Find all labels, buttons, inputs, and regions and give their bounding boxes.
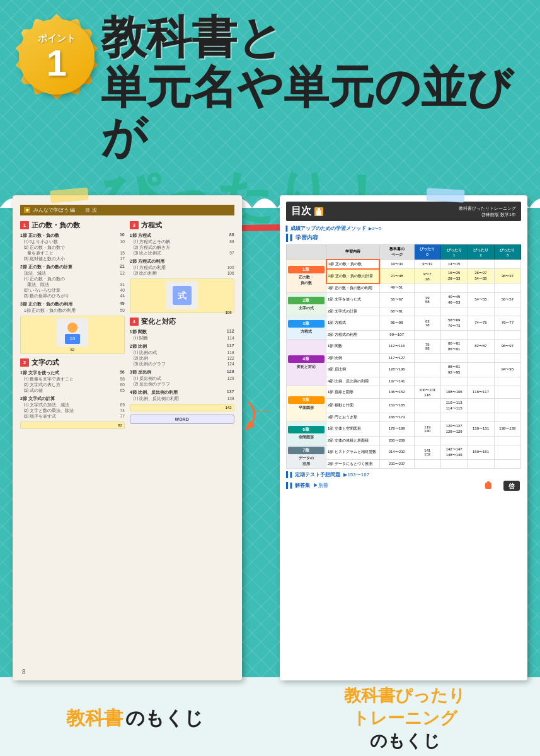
bottom-label-left: 教科書 のもくじ <box>0 680 270 756</box>
chapter1-badge: 1 <box>20 221 29 229</box>
bottom-label-right: 教科書ぴったり トレーニング のもくじ <box>270 680 541 756</box>
success-section: ▌ 成績アップのための学習メソッド ▶2〜5 <box>286 225 521 232</box>
right-book-title: 目次 <box>291 205 311 218</box>
chapter3-header: 3 方程式 <box>130 220 234 230</box>
practice1: 10 52 <box>20 316 125 354</box>
logo-area: 啓 <box>485 479 521 492</box>
svg-text:啓: 啓 <box>508 483 515 490</box>
learning-section: ▌ 学習内容 <box>286 234 521 242</box>
left-book: ■ みんなで学ぼう 編 目 次 1 正の数・負の数 1節 正の数・負の数 10 … <box>13 195 242 680</box>
tape-right-top <box>427 188 465 202</box>
svg-text:10: 10 <box>69 336 75 341</box>
practice3: 式 108 <box>130 278 234 313</box>
left-column: 1 正の数・負の数 1節 正の数・負の数 10 ⑴ 0より小さい数 10 ⑵ 正… <box>20 220 125 429</box>
chapter1-title: 正の数・負の数 <box>32 220 80 230</box>
page-number-left: 8 <box>22 668 26 675</box>
bottom-left-line2: のもくじ <box>125 707 204 728</box>
bottom-right-line1: 教科書ぴったり <box>344 684 466 707</box>
svg-text:式: 式 <box>177 290 187 301</box>
svg-point-0 <box>67 323 78 333</box>
right-column: 3 方程式 1節 方程式 86 ⑴ 方程式とその解 88 ⑵ 方程式の解き方 ⑶… <box>130 220 234 429</box>
point-number: 1 <box>47 45 67 81</box>
left-book-header-text: みんなで学ぼう 編 目 次 <box>33 207 96 214</box>
title-line1: 教科書と <box>101 13 527 62</box>
right-book: 目次 教科書ぴったりトレーニング 啓林館版 数学1年 ▌ 成績アップのための学習… <box>280 195 527 680</box>
right-book-subtitle: 教科書ぴったりトレーニング 啓林館版 数学1年 <box>459 205 516 218</box>
left-book-header: ■ みんなで学ぼう 編 目 次 <box>20 205 234 215</box>
title-line2: 単元名や単元の並びが <box>101 62 527 162</box>
right-book-header: 目次 教科書ぴったりトレーニング 啓林館版 数学1年 <box>286 202 521 221</box>
svg-point-8 <box>318 208 320 210</box>
svg-rect-11 <box>487 481 490 484</box>
bottom-left-line1: 教科書 <box>66 707 123 728</box>
bottom-labels: 教科書 のもくじ 教科書ぴったり トレーニング のもくじ <box>0 680 540 756</box>
point-badge: ポイント 1 <box>19 19 101 101</box>
practice4: 142 <box>130 404 234 411</box>
puzzle-icon <box>314 207 323 216</box>
content-table: 学習内容 教科書のページ ぴったり０ ぴったり1 ぴったり2 ぴったり3 1章 … <box>286 244 521 469</box>
practice2: 82 <box>20 421 125 429</box>
bottom-right-line2: トレーニング <box>344 707 466 730</box>
page: ポイント 1 教科書と 単元名や単元の並びが ぴったり！ ■ みんなで学ぼう 編… <box>0 0 540 756</box>
toc-columns: 1 正の数・負の数 1節 正の数・負の数 10 ⑴ 0より小さい数 10 ⑵ 正… <box>20 220 234 429</box>
chapter4-header: 4 変化と対応 <box>130 317 234 326</box>
chapter1-header: 1 正の数・負の数 <box>20 220 125 230</box>
svg-rect-9 <box>316 210 321 215</box>
test-section: ▌ 定期テスト予想問題 ▶153〜167 ▌ 解答集 ▶別冊 <box>286 471 521 492</box>
arrow-between <box>251 195 270 680</box>
books-section: ■ みんなで学ぼう 編 目 次 1 正の数・負の数 1節 正の数・負の数 10 … <box>13 195 527 680</box>
chapter2-header: 2 文字の式 <box>20 358 125 367</box>
bottom-right-line3: のもくじ <box>344 730 466 752</box>
